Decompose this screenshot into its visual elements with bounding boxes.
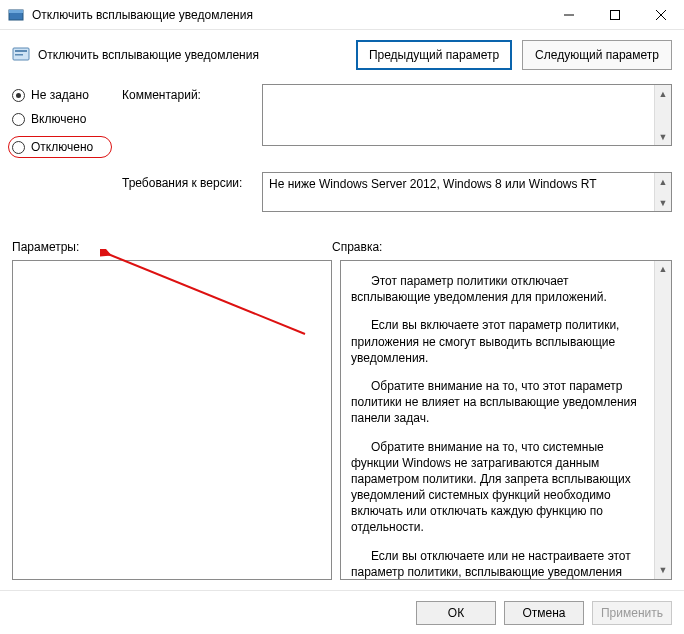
scrollbar[interactable]: ▲ ▼	[654, 261, 671, 579]
dialog-footer: ОК Отмена Применить	[0, 590, 684, 634]
prev-setting-button[interactable]: Предыдущий параметр	[356, 40, 512, 70]
scroll-up-icon[interactable]: ▲	[655, 173, 671, 190]
minimize-button[interactable]	[546, 0, 592, 29]
radio-label: Включено	[31, 112, 86, 126]
cancel-button[interactable]: Отмена	[504, 601, 584, 625]
help-label: Справка:	[332, 240, 672, 254]
policy-icon	[12, 46, 30, 64]
radio-enabled[interactable]: Включено	[12, 112, 112, 126]
content-area: Не задано Включено Отключено Комментарий…	[0, 84, 684, 580]
requirements-text: Не ниже Windows Server 2012, Windows 8 и…	[269, 177, 597, 191]
window-controls	[546, 0, 684, 29]
radio-label: Не задано	[31, 88, 89, 102]
help-paragraph: Этот параметр политики отключает всплыва…	[351, 273, 647, 305]
help-paragraph: Обратите внимание на то, что системные ф…	[351, 439, 647, 536]
svg-rect-7	[15, 50, 27, 52]
parameters-label: Параметры:	[12, 240, 332, 254]
help-paragraph: Обратите внимание на то, что этот параме…	[351, 378, 647, 427]
apply-button[interactable]: Применить	[592, 601, 672, 625]
scroll-down-icon[interactable]: ▼	[655, 128, 671, 145]
help-paragraph: Если вы отключаете или не настраиваете э…	[351, 548, 647, 580]
scrollbar[interactable]: ▲ ▼	[654, 85, 671, 145]
window-titlebar: Отключить всплывающие уведомления	[0, 0, 684, 30]
help-paragraph: Если вы включаете этот параметр политики…	[351, 317, 647, 366]
next-setting-button[interactable]: Следующий параметр	[522, 40, 672, 70]
radio-icon	[12, 89, 25, 102]
radio-icon	[12, 141, 25, 154]
radio-disabled[interactable]: Отключено	[8, 136, 112, 158]
scroll-down-icon[interactable]: ▼	[655, 194, 671, 211]
svg-rect-3	[611, 10, 620, 19]
close-button[interactable]	[638, 0, 684, 29]
window-title: Отключить всплывающие уведомления	[32, 8, 546, 22]
svg-rect-8	[15, 54, 23, 56]
requirements-box: Не ниже Windows Server 2012, Windows 8 и…	[262, 172, 672, 212]
ok-button[interactable]: ОК	[416, 601, 496, 625]
scroll-down-icon[interactable]: ▼	[655, 562, 671, 579]
policy-title: Отключить всплывающие уведомления	[38, 48, 259, 62]
radio-label: Отключено	[31, 140, 93, 154]
radio-icon	[12, 113, 25, 126]
comment-label: Комментарий:	[122, 84, 252, 102]
state-radio-group: Не задано Включено Отключено	[12, 84, 112, 158]
header-row: Отключить всплывающие уведомления Предыд…	[0, 30, 684, 84]
svg-rect-1	[9, 10, 23, 13]
radio-not-configured[interactable]: Не задано	[12, 88, 112, 102]
scroll-up-icon[interactable]: ▲	[655, 85, 671, 102]
help-box: Этот параметр политики отключает всплыва…	[340, 260, 672, 580]
comment-textarea[interactable]: ▲ ▼	[262, 84, 672, 146]
scroll-up-icon[interactable]: ▲	[655, 261, 671, 278]
scrollbar[interactable]: ▲ ▼	[654, 173, 671, 211]
maximize-button[interactable]	[592, 0, 638, 29]
app-icon	[8, 7, 24, 23]
parameters-box	[12, 260, 332, 580]
requirements-label: Требования к версии:	[122, 172, 252, 190]
